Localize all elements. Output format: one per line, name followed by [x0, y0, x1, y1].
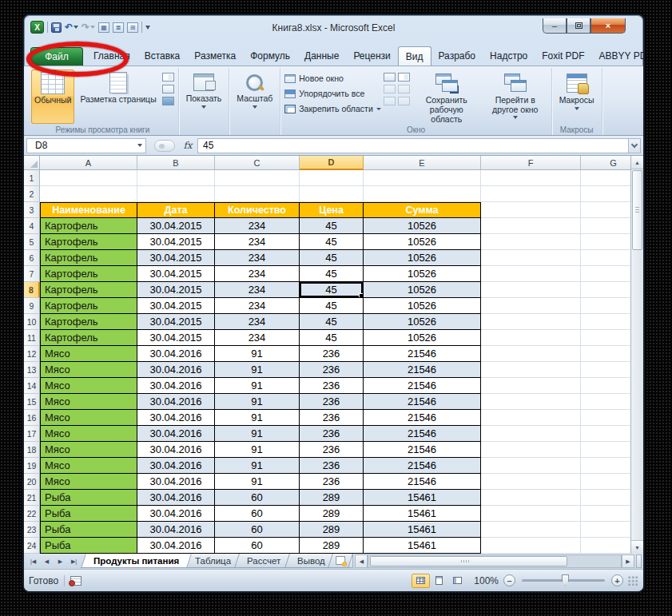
cell-E4[interactable]: 10526: [364, 218, 481, 234]
cell-E21[interactable]: 15461: [364, 490, 481, 506]
horizontal-scroll-thumb[interactable]: [370, 556, 567, 566]
cell-D18[interactable]: 236: [300, 442, 364, 458]
cell-D19[interactable]: 236: [300, 458, 364, 474]
view-side-by-side-icon[interactable]: [398, 73, 410, 81]
cell-E23[interactable]: 15461: [364, 522, 481, 538]
select-all-corner[interactable]: [24, 156, 40, 170]
cell-A21[interactable]: Рыба: [40, 490, 137, 506]
macros-button[interactable]: Макросы: [556, 70, 598, 124]
cell-C11[interactable]: 234: [215, 330, 300, 346]
ribbon-tab-формуль[interactable]: Формуль: [243, 46, 297, 66]
restore-button[interactable]: [567, 18, 590, 34]
vertical-scroll-track[interactable]: [631, 251, 643, 540]
save-workspace-button[interactable]: Сохранить рабочую область: [412, 70, 481, 124]
cell-E5[interactable]: 10526: [364, 234, 481, 250]
cell-E17[interactable]: 21546: [364, 426, 481, 442]
minimize-button[interactable]: –: [543, 18, 567, 34]
split-icon[interactable]: [384, 73, 396, 81]
cell-C22[interactable]: 60: [215, 506, 300, 522]
expand-formula-bar-button[interactable]: [628, 138, 641, 153]
cell-F11[interactable]: [481, 330, 581, 346]
column-header-F[interactable]: F: [481, 156, 581, 170]
cell-F4[interactable]: [481, 218, 581, 234]
cell-E18[interactable]: 21546: [364, 442, 481, 458]
column-header-C[interactable]: C: [215, 156, 300, 170]
row-header-18[interactable]: 18: [24, 442, 40, 458]
cell-D24[interactable]: 289: [300, 538, 364, 554]
cell-A6[interactable]: Картофель: [40, 250, 137, 266]
cell-G10[interactable]: [581, 314, 630, 330]
list-view-icon[interactable]: ≣: [113, 22, 124, 33]
cell-E9[interactable]: 10526: [364, 298, 481, 314]
cell-E14[interactable]: 21546: [364, 378, 481, 394]
cell-F24[interactable]: [481, 538, 581, 554]
cell-D7[interactable]: 45: [300, 266, 364, 282]
cell-E6[interactable]: 10526: [364, 250, 481, 266]
cell-G8[interactable]: [581, 282, 630, 298]
cell-B24[interactable]: 30.04.2016: [137, 538, 215, 554]
cell-C2[interactable]: [215, 186, 300, 202]
cell-D20[interactable]: 236: [300, 474, 364, 490]
cell-B3[interactable]: Дата: [137, 202, 215, 218]
cell-D1[interactable]: [300, 170, 364, 186]
cell-B8[interactable]: 30.04.2015: [137, 282, 215, 298]
cell-F22[interactable]: [481, 506, 581, 522]
cell-D5[interactable]: 45: [300, 234, 364, 250]
cell-D13[interactable]: 236: [300, 362, 364, 378]
row-header-14[interactable]: 14: [24, 378, 40, 394]
cell-C14[interactable]: 91: [215, 378, 300, 394]
cell-B23[interactable]: 30.04.2016: [137, 522, 215, 538]
freeze-panes-button[interactable]: Закрепить области: [284, 101, 380, 116]
cell-E24[interactable]: 15461: [364, 538, 481, 554]
cell-A15[interactable]: Мясо: [40, 394, 137, 410]
cell-G21[interactable]: [581, 490, 630, 506]
cell-A12[interactable]: Мясо: [40, 346, 137, 362]
scroll-right-button[interactable]: ▶: [622, 554, 634, 568]
row-header-8[interactable]: 8: [24, 282, 40, 298]
row-header-21[interactable]: 21: [24, 490, 40, 506]
cell-C7[interactable]: 234: [215, 266, 300, 282]
cell-E15[interactable]: 21546: [364, 394, 481, 410]
cell-A5[interactable]: Картофель: [40, 234, 137, 250]
cell-F16[interactable]: [481, 410, 581, 426]
cell-D21[interactable]: 289: [300, 490, 364, 506]
cell-E19[interactable]: 21546: [364, 458, 481, 474]
row-header-2[interactable]: 2: [24, 186, 40, 202]
cell-F1[interactable]: [481, 170, 581, 186]
cell-B18[interactable]: 30.04.2016: [137, 442, 215, 458]
cell-C16[interactable]: 91: [215, 410, 300, 426]
scroll-up-button[interactable]: ▲: [631, 156, 643, 169]
cell-F14[interactable]: [481, 378, 581, 394]
column-header-B[interactable]: B: [137, 156, 215, 170]
zoom-out-button[interactable]: –: [503, 574, 515, 586]
save-button[interactable]: [51, 21, 62, 34]
column-header-A[interactable]: A: [40, 156, 137, 170]
cell-A8[interactable]: Картофель: [40, 282, 137, 298]
row-header-1[interactable]: 1: [24, 170, 40, 186]
cell-D9[interactable]: 45: [300, 298, 364, 314]
next-sheet-button[interactable]: ▶: [54, 555, 66, 567]
cell-C19[interactable]: 91: [215, 458, 300, 474]
cell-B6[interactable]: 30.04.2015: [137, 250, 215, 266]
last-sheet-button[interactable]: ▶|: [68, 555, 80, 567]
cell-F3[interactable]: [481, 202, 581, 218]
cell-F23[interactable]: [481, 522, 581, 538]
normal-view-shortcut[interactable]: [412, 574, 430, 588]
cell-F12[interactable]: [481, 346, 581, 362]
cell-E10[interactable]: 10526: [364, 314, 481, 330]
cell-F10[interactable]: [481, 314, 581, 330]
cell-B19[interactable]: 30.04.2016: [137, 458, 215, 474]
cell-E7[interactable]: 10526: [364, 266, 481, 282]
cell-D12[interactable]: 236: [300, 346, 364, 362]
cell-F21[interactable]: [481, 490, 581, 506]
cell-G13[interactable]: [581, 362, 630, 378]
cell-E16[interactable]: 21546: [364, 410, 481, 426]
page-break-shortcut[interactable]: [448, 574, 467, 588]
cell-C21[interactable]: 60: [215, 490, 300, 506]
row-header-12[interactable]: 12: [24, 346, 40, 362]
calculator-icon[interactable]: ⊞: [127, 22, 138, 33]
vertical-scrollbar[interactable]: ▲ ▼: [630, 156, 643, 554]
cell-B15[interactable]: 30.04.2016: [137, 394, 215, 410]
page-break-preview-icon[interactable]: [162, 73, 174, 81]
cell-D11[interactable]: 45: [300, 330, 364, 346]
